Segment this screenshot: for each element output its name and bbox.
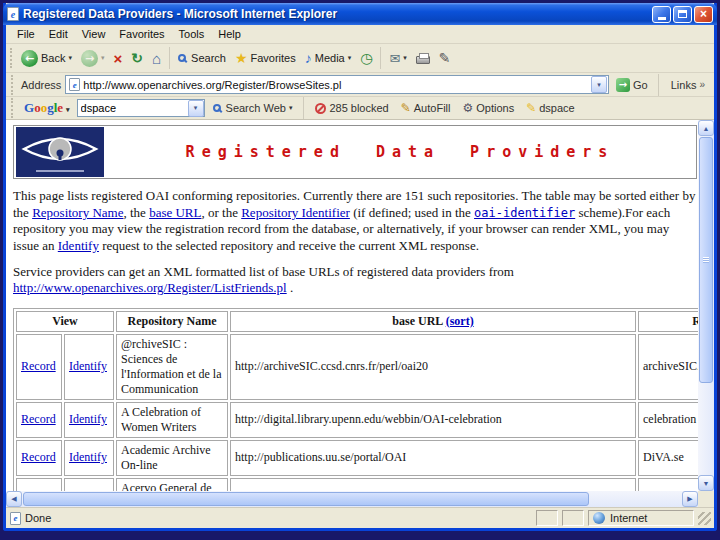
minimize-icon: [658, 17, 666, 20]
search-web-button[interactable]: Search Web ▾: [209, 101, 297, 115]
menu-edit[interactable]: Edit: [42, 26, 75, 42]
edit-button[interactable]: ✎: [435, 49, 455, 67]
home-icon: ⌂: [152, 51, 161, 66]
oai-identifier-link[interactable]: oai-identifier: [474, 206, 575, 220]
menu-favorites[interactable]: Favorites: [112, 26, 171, 42]
address-field[interactable]: e ▾: [65, 75, 609, 94]
popup-blocker-icon: [315, 103, 326, 114]
scroll-up-button[interactable]: ▲: [698, 120, 714, 136]
search-button[interactable]: Search: [174, 50, 230, 66]
back-button[interactable]: ← Back ▾: [17, 48, 76, 69]
favorites-button[interactable]: ★ Favorites: [231, 49, 300, 67]
web-page: Registered Data Providers This page list…: [6, 120, 698, 491]
mail-icon: ✉: [389, 52, 400, 65]
media-button[interactable]: ♪ Media ▾: [301, 49, 355, 67]
window-titlebar[interactable]: e Registered Data Providers - Microsoft …: [3, 3, 717, 25]
search-web-icon: [213, 104, 221, 112]
base-url-cell: http://digital.library.upenn.edu/webbin/…: [230, 402, 636, 438]
history-button[interactable]: ◷: [356, 49, 376, 67]
menu-help[interactable]: Help: [211, 26, 248, 42]
links-button[interactable]: Links »: [666, 79, 710, 91]
go-button[interactable]: → Go: [613, 78, 651, 92]
intro-text: , the: [123, 205, 149, 220]
base-url-cell: http://docu.gdl.iteso.mx/oai/default.asp…: [230, 478, 636, 491]
menu-tools[interactable]: Tools: [172, 26, 212, 42]
intro-text: , or the: [201, 205, 241, 220]
table-header-row: View Repository Name base URL (sort) Rep…: [16, 311, 698, 332]
record-link[interactable]: Record: [21, 359, 56, 373]
favorites-icon: ★: [235, 51, 248, 65]
options-button[interactable]: ⚙ Options: [458, 100, 518, 116]
record-link[interactable]: Record: [21, 450, 56, 464]
resize-grip[interactable]: [698, 512, 711, 525]
record-link[interactable]: Record: [21, 412, 56, 426]
sort-by-name-link[interactable]: Repository Name: [32, 205, 123, 220]
sort-by-identifier-link[interactable]: Repository Identifier: [241, 205, 350, 220]
horizontal-scroll-thumb[interactable]: [23, 492, 589, 506]
refresh-button[interactable]: ↻: [127, 49, 147, 67]
identifier-cell: celebration: [638, 402, 698, 438]
vertical-scroll-thumb[interactable]: [699, 137, 713, 383]
google-search-field[interactable]: ▾: [77, 99, 205, 117]
print-icon: [416, 56, 430, 64]
status-bar: e Done Internet: [6, 507, 714, 528]
service-paragraph: Service providers can get an XML formatt…: [13, 264, 697, 297]
horizontal-scrollbar[interactable]: ◀ ▶: [6, 491, 698, 507]
scroll-left-button[interactable]: ◀: [6, 491, 22, 507]
identify-link[interactable]: Identify: [69, 359, 107, 373]
media-icon: ♪: [305, 51, 312, 65]
googlebar-grip[interactable]: [11, 98, 14, 118]
google-logo-letter: G: [24, 100, 34, 116]
sort-by-url-link[interactable]: base URL: [149, 205, 201, 220]
options-label: Options: [476, 102, 514, 114]
sort-link[interactable]: (sort): [446, 314, 474, 328]
minimize-button[interactable]: [652, 6, 671, 23]
popup-blocked-button[interactable]: 285 blocked: [311, 101, 392, 115]
search-web-caret-icon: ▾: [289, 104, 293, 112]
status-pane: [562, 510, 584, 526]
search-icon: [178, 54, 186, 62]
forward-button[interactable]: → ▾: [77, 48, 109, 69]
globe-icon: [593, 512, 605, 524]
google-search-dropdown[interactable]: ▾: [188, 100, 204, 117]
toolbar-grip[interactable]: [10, 48, 13, 68]
repository-name-cell: @rchiveSIC : Sciences de l'Information e…: [116, 334, 228, 400]
back-label: Back: [41, 52, 65, 64]
highlight-button[interactable]: ✎ dspace: [522, 100, 579, 116]
base-url-cell: http://publications.uu.se/portal/OAI: [230, 440, 636, 476]
google-logo-caret-icon: ▾: [66, 106, 70, 114]
google-logo-button[interactable]: G o o g l e ▾: [21, 100, 73, 116]
address-dropdown-button[interactable]: ▾: [591, 76, 607, 93]
menu-file[interactable]: File: [10, 26, 42, 42]
stop-button[interactable]: ×: [110, 49, 127, 68]
print-button[interactable]: [412, 50, 434, 66]
favorites-label: Favorites: [250, 52, 295, 64]
autofill-button[interactable]: ✎ AutoFill: [397, 100, 455, 116]
maximize-button[interactable]: [673, 6, 692, 23]
gear-icon: ⚙: [462, 101, 473, 115]
autofill-label: AutoFill: [414, 102, 451, 114]
scroll-right-button[interactable]: ▶: [682, 491, 698, 507]
mail-caret-icon: ▾: [403, 54, 407, 62]
back-icon: ←: [21, 50, 38, 67]
media-label: Media: [315, 52, 345, 64]
back-caret-icon: ▾: [68, 54, 72, 62]
vertical-scrollbar[interactable]: ▲ ▼: [698, 120, 714, 491]
identify-link[interactable]: Identify: [69, 450, 107, 464]
page-header-box: Registered Data Providers: [13, 125, 697, 179]
intro-paragraph: This page lists registered OAI conformin…: [13, 188, 697, 255]
address-input[interactable]: [83, 79, 588, 91]
close-button[interactable]: ×: [694, 6, 713, 23]
menu-view[interactable]: View: [75, 26, 113, 42]
google-search-input[interactable]: [78, 102, 188, 114]
identify-link[interactable]: Identify: [69, 412, 107, 426]
listfriends-link[interactable]: http://www.openarchives.org/Register/Lis…: [13, 280, 287, 295]
identifier-cell: archiveSIC.ccsd.cn: [638, 334, 698, 400]
table-row: Record Identify @rchiveSIC : Sciences de…: [16, 334, 698, 400]
column-header-identifier: Repository Ide: [638, 311, 698, 332]
home-button[interactable]: ⌂: [148, 49, 165, 68]
addressbar-grip[interactable]: [11, 75, 14, 95]
mail-button[interactable]: ✉ ▾: [385, 50, 410, 67]
identify-request-link[interactable]: Identify: [58, 238, 99, 253]
scroll-down-button[interactable]: ▼: [698, 475, 714, 491]
